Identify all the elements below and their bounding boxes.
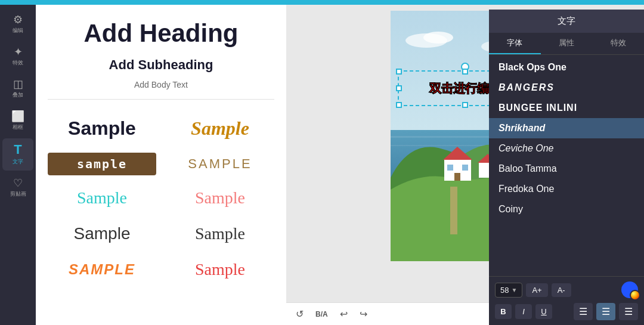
handle-ml[interactable] — [396, 85, 402, 91]
text-format-row: B I U ☰ ☰ ☰ — [495, 303, 638, 320]
sidebar-label-layers: 叠加 — [13, 91, 23, 99]
font-item-coiny[interactable]: Coiny — [489, 199, 644, 219]
font-panel-title: 文字 — [558, 16, 575, 27]
undo-button[interactable]: ↩ — [338, 306, 350, 322]
font-panel-header: 文字 — [489, 10, 644, 33]
font-sample-7[interactable]: Sample — [48, 221, 156, 247]
sidebar-label-effects: 特效 — [13, 59, 23, 67]
layers-icon: ◫ — [13, 79, 23, 89]
svg-rect-10 — [462, 165, 468, 171]
font-sample-4[interactable]: SAMPLE — [166, 153, 274, 175]
svg-point-2 — [423, 32, 453, 44]
sidebar-item-clip[interactable]: ♡ 剪贴画 — [2, 173, 33, 203]
align-right-button[interactable]: ☰ — [619, 303, 638, 320]
edit-icon: ⚙ — [13, 14, 23, 25]
sidebar-item-edit[interactable]: ⚙ 编辑 — [2, 10, 33, 39]
font-sample-10[interactable]: Sample — [166, 256, 274, 283]
font-item-ceviche[interactable]: Ceviche One — [489, 138, 644, 159]
font-size-decrease[interactable]: A- — [552, 283, 571, 297]
reset-button[interactable]: ↺ — [293, 306, 306, 322]
italic-button[interactable]: I — [515, 304, 532, 319]
sidebar-label-edit: 编辑 — [13, 27, 23, 35]
font-sample-3[interactable]: sample — [48, 153, 156, 175]
font-item-baloo[interactable]: Baloo Tamma — [489, 159, 644, 179]
add-heading-button[interactable]: Add Heading — [48, 17, 274, 50]
sidebar-item-layers[interactable]: ◫ 叠加 — [2, 74, 33, 104]
sidebar-label-text: 文字 — [13, 158, 23, 166]
svg-rect-9 — [447, 165, 453, 171]
add-body-button[interactable]: Add Body Text — [48, 80, 274, 89]
handle-bl[interactable] — [396, 102, 402, 108]
align-left-button[interactable]: ☰ — [574, 303, 593, 320]
main-layout: ⚙ 编辑 ✦ 特效 ◫ 叠加 ⬜ 相框 T 文字 ♡ 剪贴画 Add Headi… — [0, 5, 644, 325]
text-case-button[interactable]: B/A — [313, 308, 330, 321]
sidebar: ⚙ 编辑 ✦ 特效 ◫ 叠加 ⬜ 相框 T 文字 ♡ 剪贴画 — [0, 5, 36, 325]
font-sample-1[interactable]: Sample — [48, 114, 156, 143]
clip-icon: ♡ — [13, 178, 23, 188]
font-item-shrikhand[interactable]: Shrikhand — [489, 118, 644, 138]
font-sample-5[interactable]: Sample — [48, 185, 156, 211]
font-item-blackops[interactable]: Black Ops One — [489, 57, 644, 78]
sidebar-item-frame[interactable]: ⬜ 相框 — [2, 106, 33, 136]
tab-font[interactable]: 字体 — [489, 33, 541, 54]
font-panel: 文字 字体 属性 特效 Black Ops One BANGERS BUNGEE… — [489, 10, 644, 325]
bold-button[interactable]: B — [495, 304, 512, 319]
top-bar — [0, 0, 644, 5]
underline-button[interactable]: U — [535, 304, 552, 319]
font-size-display[interactable]: 58 ▼ — [495, 283, 522, 298]
effects-icon: ✦ — [14, 47, 23, 57]
frame-icon: ⬜ — [11, 111, 24, 122]
text-panel: Add Heading Add Subheading Add Body Text… — [36, 5, 286, 325]
font-item-bangers[interactable]: BANGERS — [489, 78, 644, 98]
font-sample-9[interactable]: SAMPLE — [48, 256, 156, 283]
font-bottom: 58 ▼ A+ A- B I U ☰ ☰ ☰ — [489, 276, 644, 325]
add-subheading-button[interactable]: Add Subheading — [48, 57, 274, 73]
font-panel-tabs: 字体 属性 特效 — [489, 33, 644, 55]
tab-effects[interactable]: 特效 — [592, 33, 644, 54]
font-sample-2[interactable]: Sample — [166, 114, 274, 143]
sidebar-label-clip: 剪贴画 — [10, 190, 26, 198]
text-icon: T — [14, 143, 21, 156]
handle-bm[interactable] — [462, 102, 468, 108]
font-sample-6[interactable]: Sample — [166, 185, 274, 211]
font-samples-grid: Sample Sample sample SAMPLE Sample Sampl… — [48, 109, 274, 287]
sidebar-label-frame: 相框 — [13, 123, 23, 131]
color-picker[interactable] — [621, 281, 638, 298]
svg-rect-11 — [454, 173, 460, 181]
tab-attr[interactable]: 属性 — [541, 33, 593, 54]
font-list: Black Ops One BANGERS BUNGEE INLINI Shri… — [489, 55, 644, 276]
sidebar-item-text[interactable]: T 文字 — [2, 138, 33, 171]
handle-tm[interactable] — [462, 69, 468, 75]
font-size-row: 58 ▼ A+ A- — [495, 281, 638, 298]
sidebar-item-effects[interactable]: ✦ 特效 — [2, 42, 33, 72]
font-sample-8[interactable]: Sample — [166, 221, 274, 247]
handle-tl[interactable] — [396, 69, 402, 75]
align-center-button[interactable]: ☰ — [596, 303, 615, 320]
redo-button[interactable]: ↪ — [357, 306, 370, 322]
svg-rect-14 — [450, 187, 457, 234]
font-item-bungee[interactable]: BUNGEE INLINI — [489, 98, 644, 118]
divider — [48, 99, 274, 100]
font-size-increase[interactable]: A+ — [526, 283, 547, 297]
font-item-fredoka[interactable]: Fredoka One — [489, 179, 644, 199]
